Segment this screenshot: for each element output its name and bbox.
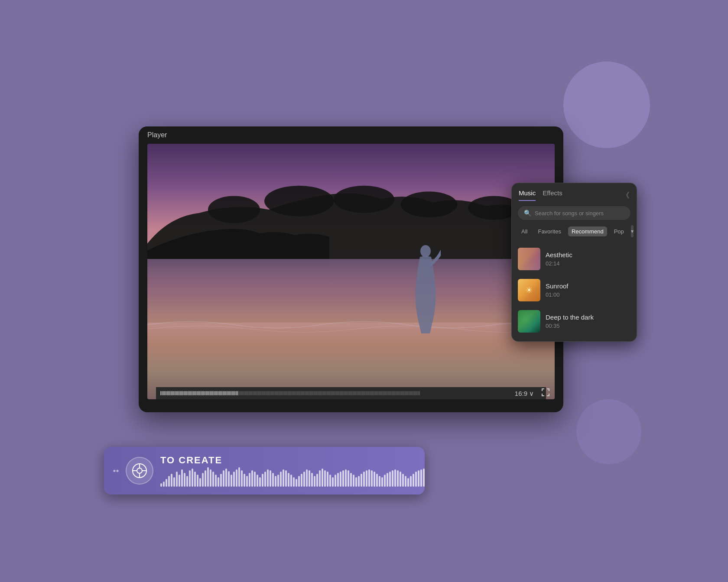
- filter-all[interactable]: All: [518, 226, 531, 236]
- scene: [147, 144, 555, 399]
- close-panel-button[interactable]: 《: [622, 190, 630, 200]
- filter-more-button[interactable]: ▾: [631, 225, 634, 237]
- strip-content: TO CREATE: [160, 455, 425, 487]
- song-info-deep: Deep to the dark 00:35: [546, 314, 630, 329]
- deco-circle-bottom: [576, 399, 641, 464]
- player-device: Player: [139, 126, 563, 412]
- song-thumb-aesthetic: [518, 248, 540, 270]
- bottom-controls: 16:9 ∨: [515, 388, 550, 399]
- svg-point-5: [420, 245, 431, 257]
- timeline[interactable]: [156, 387, 546, 399]
- song-duration-deep: 00:35: [546, 323, 630, 329]
- waveform: [160, 469, 425, 487]
- svg-point-15: [137, 468, 142, 473]
- search-bar[interactable]: 🔍 Search for songs or singers: [518, 206, 630, 220]
- panel-tabs: Music Effects: [519, 189, 562, 201]
- svg-point-2: [334, 185, 394, 213]
- song-info-aesthetic: Aesthetic 02:14: [546, 251, 630, 267]
- strip-title: TO CREATE: [160, 455, 425, 466]
- video-area: [147, 144, 555, 399]
- filter-row: All Favorites Recommend Pop ▾: [512, 225, 637, 242]
- timeline-dots: [160, 391, 542, 395]
- music-panel: Music Effects 《 🔍 Search for songs or si…: [511, 183, 637, 342]
- song-list: Aesthetic 02:14 Sunroof 01:00: [512, 242, 637, 341]
- song-name-deep: Deep to the dark: [546, 314, 630, 321]
- music-icon: [126, 457, 153, 485]
- svg-point-3: [401, 191, 457, 217]
- search-icon: 🔍: [524, 210, 531, 217]
- song-duration-aesthetic: 02:14: [546, 260, 630, 267]
- aspect-ratio-button[interactable]: 16:9 ∨: [515, 390, 534, 398]
- music-strip[interactable]: ⦁⦁ TO CREATE ⦁⦁: [104, 447, 425, 495]
- song-name-sunroof: Sunroof: [546, 282, 630, 290]
- player-title: Player: [147, 131, 167, 139]
- song-item-aesthetic[interactable]: Aesthetic 02:14: [512, 243, 637, 275]
- filter-favorites[interactable]: Favorites: [534, 226, 564, 236]
- svg-rect-9: [549, 388, 549, 391]
- player-title-bar: Player: [139, 126, 563, 144]
- aspect-ratio-label: 16:9: [515, 390, 527, 397]
- background-container: Player: [104, 74, 624, 508]
- chevron-down-icon: ∨: [529, 390, 534, 398]
- fullscreen-button[interactable]: [541, 388, 550, 399]
- svg-rect-13: [549, 394, 549, 396]
- song-duration-sunroof: 01:00: [546, 291, 630, 298]
- strip-left-handle[interactable]: ⦁⦁: [113, 466, 119, 476]
- svg-rect-7: [542, 388, 543, 391]
- tab-effects[interactable]: Effects: [543, 189, 562, 201]
- search-placeholder: Search for songs or singers: [535, 210, 604, 217]
- deco-circle-top: [563, 61, 650, 148]
- song-info-sunroof: Sunroof 01:00: [546, 282, 630, 298]
- song-thumb-deep: [518, 310, 540, 333]
- svg-point-1: [264, 185, 334, 216]
- panel-header: Music Effects 《: [512, 183, 637, 201]
- tab-music[interactable]: Music: [519, 189, 536, 201]
- song-item-sunroof[interactable]: Sunroof 01:00: [512, 275, 637, 306]
- song-name-aesthetic: Aesthetic: [546, 251, 630, 259]
- svg-rect-11: [542, 394, 543, 396]
- song-thumb-sunroof: [518, 279, 540, 301]
- filter-pop[interactable]: Pop: [611, 226, 627, 236]
- song-item-deep[interactable]: Deep to the dark 00:35: [512, 306, 637, 337]
- chevron-left-icon: 《: [622, 190, 630, 200]
- filter-recommend[interactable]: Recommend: [568, 226, 607, 236]
- chevron-down-icon: ▾: [631, 228, 634, 234]
- water: [147, 259, 555, 323]
- svg-point-0: [208, 196, 260, 223]
